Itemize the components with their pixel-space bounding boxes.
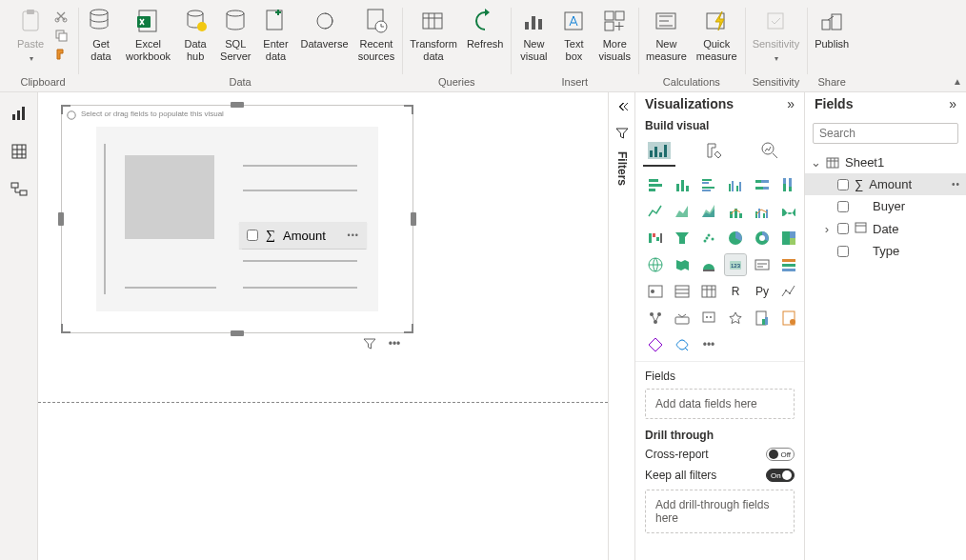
- get-data-button[interactable]: Get data: [82, 2, 120, 69]
- field-checkbox[interactable]: [837, 246, 849, 257]
- python-visual[interactable]: [778, 281, 799, 302]
- filled-map-chart[interactable]: [672, 254, 693, 275]
- fields-search[interactable]: [813, 123, 958, 144]
- data-hub-button[interactable]: Data hub: [176, 2, 214, 69]
- qa-visual[interactable]: [698, 308, 719, 329]
- get-more-visuals[interactable]: [672, 334, 693, 355]
- svg-rect-8: [137, 16, 151, 28]
- fields-well[interactable]: Add data fields here: [645, 389, 795, 419]
- stacked-area-chart[interactable]: [698, 201, 719, 222]
- pie-chart[interactable]: [725, 228, 746, 249]
- donut-chart[interactable]: [752, 228, 773, 249]
- stacked-bar-chart[interactable]: [645, 174, 666, 195]
- map-chart[interactable]: [645, 254, 666, 275]
- area-chart[interactable]: [672, 201, 693, 222]
- new-measure-button[interactable]: New measure: [642, 2, 691, 69]
- table-visual[interactable]: [698, 281, 719, 302]
- recent-sources-button[interactable]: Recent sources: [354, 2, 399, 69]
- funnel-chart[interactable]: [672, 228, 693, 249]
- key-influencers-visual[interactable]: [645, 308, 666, 329]
- analytics-tab[interactable]: [755, 138, 784, 163]
- excel-workbook-button[interactable]: Excel workbook: [122, 2, 174, 69]
- report-view-button[interactable]: [8, 102, 30, 125]
- paginated-report-visual[interactable]: [752, 308, 773, 329]
- field-amount[interactable]: ∑Amount••: [805, 173, 966, 195]
- smart-narrative-visual[interactable]: [725, 308, 746, 329]
- clustered-bar-chart[interactable]: [698, 174, 719, 195]
- collapse-pane-button[interactable]: »: [787, 96, 795, 111]
- format-visual-tab[interactable]: [700, 138, 729, 163]
- clustered-column-chart[interactable]: [725, 174, 746, 195]
- filter-icon[interactable]: [362, 336, 377, 351]
- kpi-visual[interactable]: [645, 281, 666, 302]
- field-date[interactable]: ›Date: [805, 217, 966, 240]
- transform-data-button[interactable]: Transform data: [406, 2, 461, 69]
- build-visual-tab[interactable]: [645, 138, 674, 163]
- field-checkbox[interactable]: [837, 179, 849, 190]
- collapse-icon[interactable]: ⌄: [811, 155, 820, 170]
- ellipsis-more-visuals[interactable]: •••: [698, 334, 719, 355]
- text-box-button[interactable]: Text box: [554, 2, 593, 69]
- stacked-column-chart[interactable]: [672, 174, 693, 195]
- expand-filters-button[interactable]: [614, 98, 631, 115]
- scatter-chart[interactable]: [698, 228, 719, 249]
- drag-field-checkbox[interactable]: [247, 230, 258, 241]
- copy-button[interactable]: [51, 27, 70, 44]
- more-visuals-icon: [599, 6, 630, 36]
- model-view-button[interactable]: [8, 178, 30, 201]
- data-view-button[interactable]: [8, 140, 30, 163]
- field-checkbox[interactable]: [837, 223, 849, 234]
- refresh-button[interactable]: Refresh: [463, 2, 508, 69]
- power-apps-visual[interactable]: [778, 308, 799, 329]
- report-canvas[interactable]: Select or drag fields to populate this v…: [38, 92, 608, 560]
- more-icon[interactable]: •••: [348, 230, 359, 240]
- paste-button[interactable]: Paste: [11, 2, 50, 69]
- search-input[interactable]: [819, 127, 962, 140]
- ribbon-chart[interactable]: [778, 201, 799, 222]
- dataverse-button[interactable]: Dataverse: [296, 2, 352, 69]
- treemap-chart[interactable]: [778, 228, 799, 249]
- hundred-stacked-bar-chart[interactable]: [752, 174, 773, 195]
- waterfall-chart[interactable]: [645, 228, 666, 249]
- sensitivity-button[interactable]: Sensitivity: [749, 2, 804, 69]
- table-node[interactable]: ⌄ Sheet1: [805, 151, 966, 173]
- publish-button[interactable]: Publish: [811, 2, 853, 69]
- azure-map-chart[interactable]: [698, 254, 719, 275]
- svg-rect-94: [675, 286, 689, 297]
- svg-rect-44: [676, 184, 679, 191]
- r-visual[interactable]: Py: [752, 281, 773, 302]
- enter-data-button[interactable]: Enter data: [256, 2, 294, 69]
- expand-icon[interactable]: ›: [822, 222, 832, 236]
- hundred-stacked-column-chart[interactable]: [778, 174, 799, 195]
- matrix-visual[interactable]: R: [725, 281, 746, 302]
- card-visual[interactable]: [752, 254, 773, 275]
- cut-button[interactable]: [51, 8, 70, 25]
- visual-placeholder[interactable]: Select or drag fields to populate this v…: [61, 105, 413, 333]
- field-buyer[interactable]: Buyer: [805, 195, 966, 217]
- drill-through-well[interactable]: Add drill-through fields here: [645, 490, 795, 533]
- sql-server-button[interactable]: SQL Server: [216, 2, 254, 69]
- quick-measure-button[interactable]: Quick measure: [693, 2, 741, 69]
- svg-rect-85: [703, 270, 714, 271]
- decomposition-tree-visual[interactable]: [672, 308, 693, 329]
- gauge-chart[interactable]: 123: [725, 254, 746, 275]
- more-icon[interactable]: ••: [952, 179, 960, 190]
- calendar-icon: [855, 221, 867, 236]
- collapse-fields-button[interactable]: »: [949, 96, 956, 111]
- more-options-icon[interactable]: •••: [387, 336, 402, 351]
- line-chart[interactable]: [645, 201, 666, 222]
- multi-row-card-visual[interactable]: [778, 254, 799, 275]
- field-type[interactable]: Type: [805, 240, 966, 262]
- format-painter-button[interactable]: [51, 46, 70, 63]
- more-visuals-button[interactable]: More visuals: [594, 2, 634, 69]
- ribbon-collapse-button[interactable]: ▲: [953, 76, 962, 87]
- power-automate-visual[interactable]: [645, 334, 666, 355]
- field-checkbox[interactable]: [837, 201, 849, 212]
- drag-field-indicator[interactable]: ∑ Amount •••: [239, 222, 367, 249]
- keep-filters-toggle[interactable]: On: [766, 469, 795, 482]
- line-stacked-column-chart[interactable]: [725, 201, 746, 222]
- new-visual-button[interactable]: New visual: [514, 2, 553, 69]
- slicer-visual[interactable]: [672, 281, 693, 302]
- line-clustered-column-chart[interactable]: [752, 201, 773, 222]
- cross-report-toggle[interactable]: Off: [766, 448, 795, 461]
